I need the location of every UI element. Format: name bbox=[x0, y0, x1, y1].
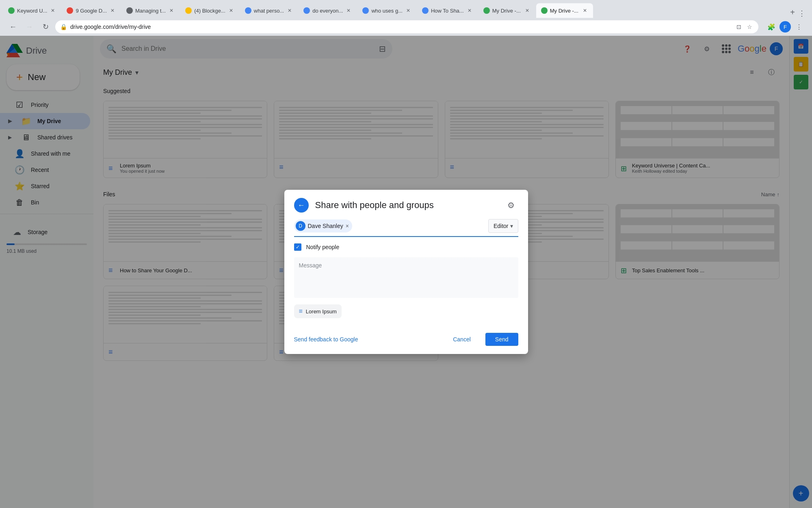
tab-close-button[interactable]: ✕ bbox=[286, 7, 293, 14]
refresh-button[interactable]: ↻ bbox=[39, 20, 52, 33]
tab-favicon bbox=[362, 7, 369, 14]
new-tab-button[interactable]: + bbox=[787, 7, 798, 18]
tab-close-button[interactable]: ✕ bbox=[109, 7, 116, 14]
tab-bar: Keyword U... ✕ 9 Google D... ✕ Managing … bbox=[0, 0, 812, 18]
tab-close-button[interactable]: ✕ bbox=[345, 7, 352, 14]
modal-header: ← Share with people and groups ⚙ bbox=[284, 190, 528, 219]
tab-title: My Drive -... bbox=[492, 8, 522, 14]
address-bar: ← → ↻ 🔒 drive.google.com/drive/my-drive … bbox=[0, 18, 812, 36]
bookmark-icon[interactable]: ☆ bbox=[745, 23, 754, 31]
forward-button[interactable]: → bbox=[23, 20, 36, 33]
tab-tab2[interactable]: 9 Google D... ✕ bbox=[62, 3, 121, 18]
menu-icon[interactable]: ⋮ bbox=[793, 20, 806, 33]
tab-title: do everyon... bbox=[312, 8, 343, 14]
tab-title: what perso... bbox=[254, 8, 284, 14]
file-chip-icon: ≡ bbox=[299, 308, 303, 315]
notify-row: ✓ Notify people bbox=[294, 243, 518, 251]
modal-overlay: ← Share with people and groups ⚙ D Dave … bbox=[0, 36, 812, 508]
tab-title: Managing t... bbox=[135, 8, 166, 14]
role-label: Editor bbox=[494, 223, 509, 229]
modal-back-button[interactable]: ← bbox=[294, 198, 309, 213]
tab-favicon bbox=[245, 7, 251, 14]
tab-favicon bbox=[8, 7, 15, 14]
tab-tab10[interactable]: My Drive -... ✕ bbox=[536, 3, 593, 18]
gear-icon: ⚙ bbox=[507, 200, 515, 210]
file-chip-area: ≡ Lorem Ipsum bbox=[294, 298, 518, 321]
tab-favicon bbox=[303, 7, 310, 14]
tab-close-button[interactable]: ✕ bbox=[50, 7, 56, 14]
role-arrow-icon: ▾ bbox=[510, 223, 513, 229]
url-actions: ⊡ ☆ bbox=[735, 23, 754, 31]
tab-favicon bbox=[126, 7, 133, 14]
role-dropdown[interactable]: Editor ▾ bbox=[488, 219, 518, 233]
tab-favicon bbox=[422, 7, 429, 14]
file-chip: ≡ Lorem Ipsum bbox=[294, 304, 342, 318]
tab-close-button[interactable]: ✕ bbox=[466, 7, 473, 14]
profile-icon[interactable]: F bbox=[780, 21, 791, 33]
feedback-link[interactable]: Send feedback to Google bbox=[294, 336, 358, 343]
tab-favicon bbox=[185, 7, 192, 14]
tab-close-button[interactable]: ✕ bbox=[228, 7, 234, 14]
cast-icon[interactable]: ⊡ bbox=[735, 23, 743, 31]
tab-tab9[interactable]: My Drive -... ✕ bbox=[479, 3, 535, 18]
recipient-chip: D Dave Shanley × bbox=[294, 219, 352, 232]
send-button[interactable]: Send bbox=[485, 333, 518, 346]
tab-favicon bbox=[67, 7, 73, 14]
cancel-button[interactable]: Cancel bbox=[443, 333, 481, 346]
recipient-name: Dave Shanley bbox=[308, 223, 343, 229]
tab-tab7[interactable]: who uses g... ✕ bbox=[357, 3, 416, 18]
modal-title: Share with people and groups bbox=[315, 200, 497, 211]
recipient-avatar: D bbox=[296, 221, 305, 231]
back-arrow-icon: ← bbox=[298, 201, 305, 210]
tab-close-button[interactable]: ✕ bbox=[405, 7, 411, 14]
tab-tab3[interactable]: Managing t... ✕ bbox=[121, 3, 180, 18]
modal-body: D Dave Shanley × Editor ▾ ✓ Notify peopl… bbox=[284, 219, 528, 328]
recipient-remove-button[interactable]: × bbox=[346, 223, 349, 229]
tab-title: 9 Google D... bbox=[76, 8, 107, 14]
tab-title: How To Sha... bbox=[431, 8, 464, 14]
tab-tab1[interactable]: Keyword U... ✕ bbox=[3, 3, 61, 18]
notify-checkbox[interactable]: ✓ bbox=[294, 243, 301, 251]
share-modal: ← Share with people and groups ⚙ D Dave … bbox=[284, 190, 528, 354]
back-button[interactable]: ← bbox=[6, 20, 19, 33]
url-text: drive.google.com/drive/my-drive bbox=[70, 24, 732, 30]
tab-title: who uses g... bbox=[371, 8, 403, 14]
tab-tab8[interactable]: How To Sha... ✕ bbox=[417, 3, 478, 18]
modal-footer: Send feedback to Google Cancel Send bbox=[284, 328, 528, 354]
modal-settings-button[interactable]: ⚙ bbox=[504, 198, 518, 213]
tab-close-button[interactable]: ✕ bbox=[168, 7, 175, 14]
modal-actions: Cancel Send bbox=[443, 333, 518, 346]
message-placeholder: Message bbox=[299, 262, 322, 269]
browser-actions: 🧩 F ⋮ bbox=[765, 20, 806, 33]
file-chip-label: Lorem Ipsum bbox=[306, 308, 337, 315]
tab-title: My Drive -... bbox=[550, 8, 579, 14]
message-area[interactable]: Message bbox=[294, 257, 518, 298]
lock-icon: 🔒 bbox=[60, 24, 67, 30]
tab-title: (4) Blockge... bbox=[194, 8, 225, 14]
tab-tab6[interactable]: do everyon... ✕ bbox=[299, 3, 357, 18]
browser-chrome: Keyword U... ✕ 9 Google D... ✕ Managing … bbox=[0, 0, 812, 36]
tab-tab5[interactable]: what perso... ✕ bbox=[240, 3, 298, 18]
notify-label: Notify people bbox=[306, 244, 340, 250]
tab-favicon bbox=[483, 7, 490, 14]
tab-title: Keyword U... bbox=[17, 8, 47, 14]
tab-favicon bbox=[541, 7, 548, 14]
extensions-icon[interactable]: 🧩 bbox=[765, 20, 778, 33]
share-input-field[interactable] bbox=[355, 223, 485, 229]
url-bar[interactable]: 🔒 drive.google.com/drive/my-drive ⊡ ☆ bbox=[55, 20, 758, 33]
window-controls: ⋮ bbox=[798, 9, 809, 18]
tab-close-button[interactable]: ✕ bbox=[524, 7, 531, 14]
share-input-row: D Dave Shanley × Editor ▾ bbox=[294, 219, 518, 237]
tab-close-button[interactable]: ✕ bbox=[582, 7, 588, 14]
tab-tab4[interactable]: (4) Blockge... ✕ bbox=[180, 3, 239, 18]
